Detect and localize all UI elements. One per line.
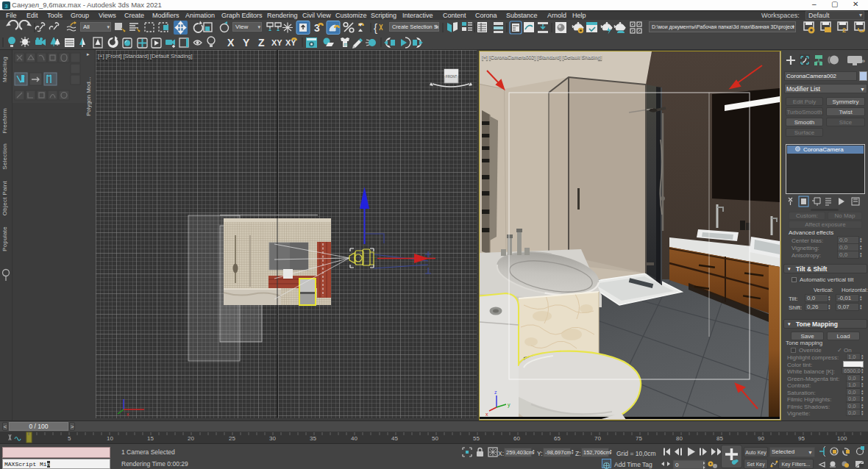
svg-text:XY: XY — [271, 38, 282, 47]
svg-text:3: 3 — [4, 3, 8, 10]
svg-text:Z: Z — [258, 37, 265, 49]
svg-text:2: 2 — [842, 26, 846, 34]
svg-text:z: z — [494, 390, 497, 395]
svg-text:{: { — [374, 21, 377, 34]
svg-text:FRONT: FRONT — [446, 75, 458, 79]
svg-text:0: 0 — [675, 462, 679, 468]
svg-text:x: x — [485, 412, 488, 417]
svg-text:Y: Y — [243, 37, 250, 49]
svg-text:x: x — [127, 412, 129, 417]
svg-text:y: y — [508, 402, 511, 408]
svg-text:m: m — [344, 42, 348, 47]
svg-text:X: X — [227, 37, 235, 49]
svg-text:»: » — [861, 57, 865, 65]
